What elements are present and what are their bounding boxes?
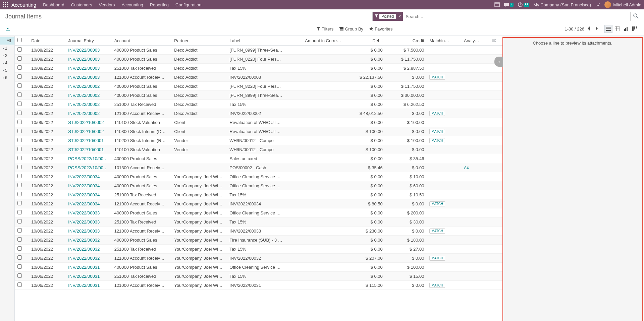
journal-entry-link[interactable]: POSS/2022/10/00… xyxy=(68,165,108,170)
row-checkbox[interactable] xyxy=(17,147,22,151)
match-button[interactable]: MATCH xyxy=(429,229,445,234)
select-all-checkbox[interactable] xyxy=(17,38,22,42)
row-checkbox[interactable] xyxy=(17,201,22,205)
nav-item-accounting[interactable]: Accounting xyxy=(121,2,143,7)
journal-entry-link[interactable]: INV/2022/00031 xyxy=(68,283,100,288)
nav-item-customers[interactable]: Customers xyxy=(71,2,92,7)
journal-entry-link[interactable]: INV/2022/00034 xyxy=(68,183,100,188)
journal-entry-link[interactable]: INV/2022/00003 xyxy=(68,75,100,80)
favorites-dropdown[interactable]: Favorites xyxy=(369,26,392,31)
journal-entry-link[interactable]: INV/2022/00003 xyxy=(68,48,100,53)
search-input[interactable] xyxy=(403,14,630,19)
nav-item-configuration[interactable]: Configuration xyxy=(175,2,201,7)
pager-next[interactable] xyxy=(594,26,599,32)
search-bar[interactable]: Posted × xyxy=(372,12,631,21)
table-row[interactable]: 10/06/2022STJ/2022/10/0002110300 Stock I… xyxy=(15,127,502,136)
table-row[interactable]: 10/06/2022INV/2022/00033121000 Account R… xyxy=(15,227,502,236)
journal-entry-link[interactable]: INV/2022/00034 xyxy=(68,201,100,206)
calendar-icon[interactable] xyxy=(494,2,500,7)
nav-item-reporting[interactable]: Reporting xyxy=(150,2,169,7)
journal-entry-link[interactable]: INV/2022/00033 xyxy=(68,210,100,215)
table-row[interactable]: 10/08/2022INV/2022/00002251000 Tax Recei… xyxy=(15,100,502,109)
row-checkbox[interactable] xyxy=(17,83,22,88)
journal-entry-link[interactable]: INV/2022/00002 xyxy=(68,84,100,89)
row-checkbox[interactable] xyxy=(17,237,22,242)
pager-range[interactable]: 1-80 / 226 xyxy=(565,26,584,31)
row-checkbox[interactable] xyxy=(17,56,22,61)
col-partner[interactable]: Partner xyxy=(171,36,227,46)
table-row[interactable]: 10/06/2022INV/2022/00031121000 Account R… xyxy=(15,281,502,290)
table-row[interactable]: 10/08/2022INV/2022/00002121000 Account R… xyxy=(15,109,502,118)
match-button[interactable]: MATCH xyxy=(429,111,445,116)
match-button[interactable]: MATCH xyxy=(429,256,445,261)
row-checkbox[interactable] xyxy=(17,138,22,142)
journal-entry-link[interactable]: POSS/2022/10/00… xyxy=(68,156,108,161)
journal-entry-link[interactable]: INV/2022/00002 xyxy=(68,93,100,98)
export-button[interactable] xyxy=(5,26,10,32)
sidebar-item-5[interactable]: ▸5 xyxy=(0,67,14,74)
table-row[interactable]: 10/08/2022INV/2022/00003400000 Product S… xyxy=(15,55,502,64)
journal-entry-link[interactable]: INV/2022/00033 xyxy=(68,229,100,234)
journal-entry-link[interactable]: INV/2022/00034 xyxy=(68,192,100,197)
col-date[interactable]: Date xyxy=(29,36,65,46)
table-row[interactable]: 10/06/2022STJ/2022/10/0001110100 Stock V… xyxy=(15,145,502,154)
row-checkbox[interactable] xyxy=(17,210,22,214)
row-checkbox[interactable] xyxy=(17,183,22,187)
col-amount[interactable]: Amount in Curre… xyxy=(287,36,344,46)
table-row[interactable]: 10/06/2022INV/2022/00031251000 Tax Recei… xyxy=(15,272,502,281)
table-row[interactable]: 10/06/2022POSS/2022/10/00…400000 Product… xyxy=(15,154,502,163)
col-debit[interactable]: Debit xyxy=(344,36,385,46)
table-row[interactable]: 10/06/2022INV/2022/00033251000 Tax Recei… xyxy=(15,217,502,227)
journal-entry-link[interactable]: INV/2022/00003 xyxy=(68,66,100,71)
table-row[interactable]: 10/08/2022INV/2022/00003251000 Tax Recei… xyxy=(15,64,502,73)
col-account[interactable]: Account xyxy=(112,36,172,46)
nav-item-vendors[interactable]: Vendors xyxy=(99,2,115,7)
row-checkbox[interactable] xyxy=(17,219,22,223)
table-row[interactable]: 10/06/2022INV/2022/00032121000 Account R… xyxy=(15,254,502,263)
row-checkbox[interactable] xyxy=(17,74,22,79)
apps-icon[interactable] xyxy=(3,2,8,7)
sidebar-item-2[interactable]: ▸2 xyxy=(0,52,14,59)
table-row[interactable]: 10/06/2022INV/2022/00034400000 Product S… xyxy=(15,172,502,181)
table-row[interactable]: 10/08/2022INV/2022/00002400000 Product S… xyxy=(15,91,502,100)
row-checkbox[interactable] xyxy=(17,174,22,178)
journal-entry-link[interactable]: INV/2022/00003 xyxy=(68,57,100,62)
table-row[interactable]: 10/06/2022INV/2022/00031400000 Product S… xyxy=(15,263,502,272)
table-row[interactable]: 10/08/2022INV/2022/00003400000 Product S… xyxy=(15,46,502,55)
kanban-view-button[interactable] xyxy=(631,25,639,33)
company-switcher[interactable]: My Company (San Francisco) xyxy=(533,2,591,7)
journal-entry-link[interactable]: INV/2022/00032 xyxy=(68,256,100,261)
preview-collapse-button[interactable]: ›› xyxy=(494,57,503,67)
row-checkbox[interactable] xyxy=(17,273,22,278)
journal-entry-link[interactable]: INV/2022/00032 xyxy=(68,247,100,252)
match-button[interactable]: MATCH xyxy=(429,129,445,134)
pager-prev[interactable] xyxy=(586,26,592,32)
debug-icon[interactable] xyxy=(595,2,600,7)
table-row[interactable]: 10/06/2022STJ/2022/10/0001110200 Stock I… xyxy=(15,136,502,145)
col-options[interactable] xyxy=(489,36,502,46)
row-checkbox[interactable] xyxy=(17,246,22,251)
col-analytic[interactable]: Analy… xyxy=(461,36,490,46)
col-matching[interactable]: Matchin… xyxy=(427,36,461,46)
table-row[interactable]: 10/06/2022INV/2022/00034251000 Tax Recei… xyxy=(15,190,502,199)
table-row[interactable]: 10/06/2022INV/2022/00032251000 Tax Recei… xyxy=(15,245,502,254)
sidebar-item-1[interactable]: ▸1 xyxy=(0,45,14,52)
table-row[interactable]: 10/06/2022INV/2022/00033400000 Product S… xyxy=(15,208,502,217)
filters-dropdown[interactable]: Filters xyxy=(316,26,333,31)
journal-entry-link[interactable]: STJ/2022/10/0001 xyxy=(68,138,104,143)
journal-entry-link[interactable]: INV/2022/00031 xyxy=(68,274,100,279)
row-checkbox[interactable] xyxy=(17,228,22,233)
table-row[interactable]: 10/06/2022STJ/2022/10/0002110100 Stock V… xyxy=(15,118,502,127)
journal-entry-link[interactable]: INV/2022/00002 xyxy=(68,111,100,116)
match-button[interactable]: MATCH xyxy=(429,75,445,80)
table-row[interactable]: 10/08/2022INV/2022/00002400000 Product S… xyxy=(15,82,502,91)
col-credit[interactable]: Credit xyxy=(385,36,427,46)
row-checkbox[interactable] xyxy=(17,120,22,124)
table-row[interactable]: 10/06/2022POSS/2022/10/00…101300 Account… xyxy=(15,163,502,172)
row-checkbox[interactable] xyxy=(17,129,22,133)
table-row[interactable]: 10/06/2022INV/2022/00032400000 Product S… xyxy=(15,236,502,245)
journal-entry-link[interactable]: INV/2022/00032 xyxy=(68,238,100,243)
row-checkbox[interactable] xyxy=(17,47,22,52)
row-checkbox[interactable] xyxy=(17,156,22,160)
row-checkbox[interactable] xyxy=(17,92,22,97)
